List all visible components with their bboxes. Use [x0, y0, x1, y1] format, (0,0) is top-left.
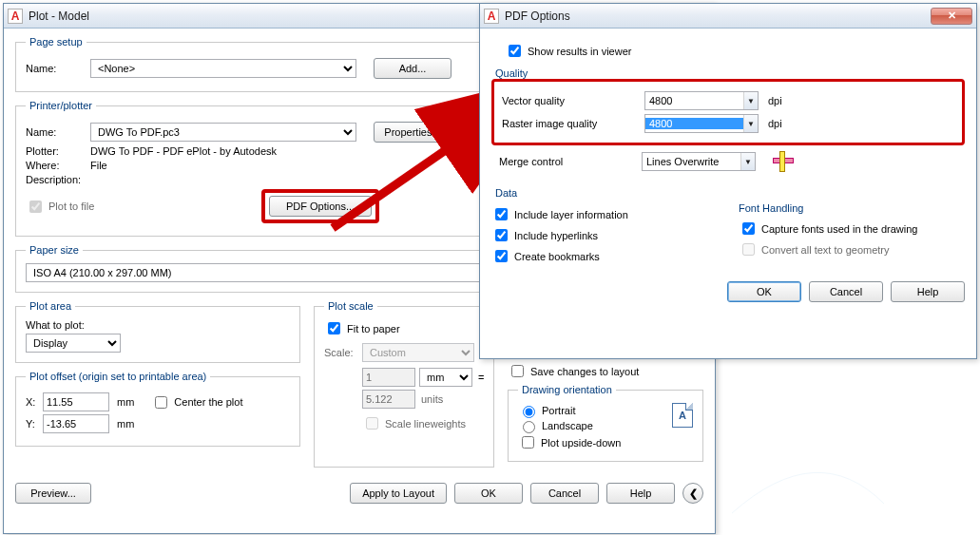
plot-help-button[interactable]: Help [606, 483, 675, 504]
pdf-titlebar[interactable]: A PDF Options ✕ [480, 4, 976, 29]
convert-text-checkbox [742, 243, 755, 256]
center-plot-checkbox[interactable] [155, 396, 167, 409]
page-setup-name-select[interactable]: <None> [90, 59, 356, 78]
plotter-label: Plotter: [26, 145, 90, 157]
plot-area-legend: Plot area [26, 300, 75, 312]
expand-button[interactable]: ❮ [682, 483, 703, 504]
page-setup-name-label: Name: [26, 63, 90, 74]
plot-cancel-button[interactable]: Cancel [530, 483, 599, 504]
what-to-plot-label: What to plot: [26, 319, 290, 331]
merge-overwrite-icon [773, 151, 794, 172]
portrait-label: Portrait [542, 405, 575, 416]
chevron-down-icon: ▼ [743, 92, 758, 109]
pdf-body: Show results in viewer Quality Vector qu… [480, 29, 976, 312]
pdf-ok-button[interactable]: OK [727, 281, 801, 302]
include-hyperlinks-checkbox[interactable] [495, 229, 508, 241]
printer-properties-button[interactable]: Properties... [374, 122, 452, 143]
autocad-icon: A [484, 9, 499, 24]
scale-denom-unit: units [421, 393, 443, 405]
close-button[interactable]: ✕ [931, 8, 972, 25]
center-plot-label: Center the plot [174, 396, 242, 408]
include-layer-label: Include layer information [514, 209, 628, 220]
what-to-plot-select[interactable]: Display [26, 334, 121, 353]
chevron-down-icon: ▼ [740, 153, 755, 170]
pdf-options-highlight: PDF Options... [261, 189, 379, 223]
paper-size-select[interactable]: ISO A4 (210.00 x 297.00 MM) [26, 263, 537, 282]
pdf-cancel-button[interactable]: Cancel [809, 281, 883, 302]
plot-area-group: Plot area What to plot: Display [15, 300, 300, 363]
vector-quality-combo[interactable]: 4800 ▼ [644, 91, 759, 110]
raster-quality-label: Raster image quality [502, 118, 644, 129]
merge-control-combo[interactable]: Lines Overwrite ▼ [642, 152, 756, 171]
quality-legend: Quality [491, 67, 531, 79]
create-bookmarks-label: Create bookmarks [514, 251, 600, 262]
plot-scale-legend: Plot scale [324, 300, 377, 312]
offset-y-input[interactable] [43, 414, 109, 433]
plot-offset-group: Plot offset (origin set to printable are… [15, 371, 300, 447]
scale-numerator-input [362, 368, 415, 387]
raster-quality-unit: dpi [768, 118, 782, 129]
vector-quality-unit: dpi [768, 95, 782, 106]
merge-control-label: Merge control [499, 156, 642, 167]
pdf-help-button[interactable]: Help [891, 281, 965, 302]
offset-x-unit: mm [117, 396, 134, 408]
scale-lineweights-checkbox [366, 417, 378, 430]
offset-y-label: Y: [26, 418, 43, 430]
plot-offset-legend: Plot offset (origin set to printable are… [26, 371, 210, 382]
plotter-value: DWG To PDF - PDF ePlot - by Autodesk [90, 145, 277, 157]
upside-down-label: Plot upside-down [541, 437, 621, 449]
include-layer-checkbox[interactable] [495, 208, 508, 220]
orientation-sheet-icon: A [672, 403, 693, 428]
vector-quality-label: Vector quality [502, 95, 644, 106]
plot-ok-button[interactable]: OK [454, 483, 523, 504]
plot-title: Plot - Model [29, 10, 89, 23]
show-results-label: Show results in viewer [528, 46, 631, 57]
plot-to-file-label: Plot to file [48, 201, 94, 212]
printer-name-select[interactable]: DWG To PDF.pc3 [90, 123, 356, 142]
close-icon: ✕ [948, 10, 956, 22]
scale-equals: = [478, 372, 484, 383]
create-bookmarks-checkbox[interactable] [495, 250, 508, 262]
chevron-left-icon: ❮ [689, 487, 698, 500]
raster-quality-combo[interactable]: 4800 ▼ [644, 114, 759, 133]
portrait-radio[interactable] [523, 406, 535, 418]
plot-to-file-checkbox [29, 201, 42, 213]
data-group: Data Include layer information Include h… [491, 187, 965, 268]
page-setup-add-button[interactable]: Add... [374, 58, 452, 79]
landscape-radio[interactable] [523, 421, 535, 433]
scale-select: Custom [362, 343, 474, 362]
capture-fonts-label: Capture fonts used in the drawing [761, 223, 918, 235]
scale-unit-select[interactable]: mm [419, 368, 472, 387]
quality-group: Quality Vector quality 4800 ▼ dpi Raster… [491, 67, 965, 180]
plot-scale-group: Plot scale Fit to paper Scale: Custom [314, 300, 494, 468]
fit-to-paper-label: Fit to paper [347, 323, 400, 334]
paper-size-legend: Paper size [26, 244, 83, 256]
offset-x-label: X: [26, 396, 43, 408]
quality-highlight: Vector quality 4800 ▼ dpi Raster image q… [491, 79, 965, 145]
pdf-title: PDF Options [505, 10, 570, 23]
pdf-options-dialog: A PDF Options ✕ Show results in viewer Q… [479, 3, 977, 359]
scale-lineweights-label: Scale lineweights [385, 418, 466, 430]
fit-to-paper-checkbox[interactable] [328, 322, 340, 334]
offset-y-unit: mm [117, 418, 134, 430]
preview-button[interactable]: Preview... [15, 483, 91, 504]
autocad-icon: A [8, 9, 23, 24]
scale-denominator-input [362, 390, 415, 409]
scale-label: Scale: [324, 347, 362, 358]
save-changes-label: Save changes to layout [530, 366, 639, 377]
raster-quality-value: 4800 [645, 118, 743, 129]
vector-quality-value: 4800 [645, 95, 743, 106]
font-handling-label: Font Handling [739, 202, 918, 214]
save-changes-checkbox[interactable] [511, 365, 524, 377]
offset-x-input[interactable] [43, 392, 109, 411]
landscape-label: Landscape [542, 420, 593, 431]
apply-to-layout-button[interactable]: Apply to Layout [350, 483, 447, 504]
merge-control-value: Lines Overwrite [643, 156, 740, 167]
where-value: File [90, 160, 107, 171]
orientation-legend: Drawing orientation [518, 384, 616, 395]
pdf-options-button[interactable]: PDF Options... [269, 196, 372, 217]
include-hyperlinks-label: Include hyperlinks [514, 230, 598, 241]
upside-down-checkbox[interactable] [522, 436, 534, 449]
capture-fonts-checkbox[interactable] [742, 222, 755, 235]
show-results-checkbox[interactable] [509, 45, 521, 57]
